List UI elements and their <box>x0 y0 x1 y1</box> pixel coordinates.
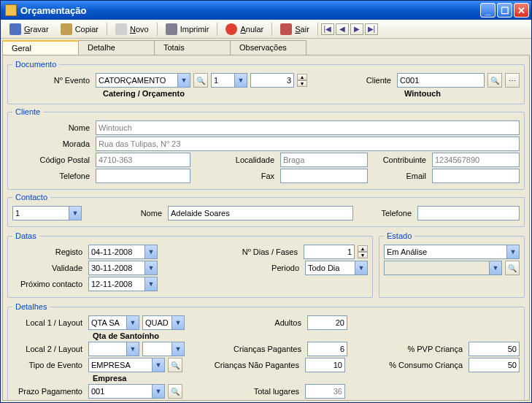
localidade-label: Localidade <box>193 156 277 164</box>
validade-date[interactable]: 30-11-2008 ▼ <box>88 261 158 275</box>
print-label: Imprimir <box>180 25 209 34</box>
estado-lookup-button[interactable]: 🔍 <box>505 261 520 275</box>
chevron-down-icon: ▼ <box>234 74 247 87</box>
estado-value: Em Análise <box>387 247 506 256</box>
prox-contacto-date[interactable]: 12-11-2008 ▼ <box>88 277 158 291</box>
copy-button[interactable]: Copiar <box>55 21 104 37</box>
cliente-label: Cliente <box>366 76 394 85</box>
evento-lookup-button[interactable]: 🔍 <box>193 73 208 88</box>
localidade-input[interactable] <box>280 153 368 167</box>
tab-detalhe[interactable]: Detalhe <box>78 40 155 55</box>
tipo-evento-combo[interactable]: EMPRESA ▼ <box>88 358 165 372</box>
cliente-code-input[interactable] <box>397 73 485 88</box>
email-label: Email <box>371 172 429 180</box>
documento-legend: Documento <box>12 60 59 69</box>
tab-totais[interactable]: Totais <box>154 40 231 55</box>
spin-up-icon[interactable]: ▲ <box>297 74 307 80</box>
consumo-crianca-label: % Consumo Criança <box>348 361 466 369</box>
validade-label: Validade <box>12 264 85 272</box>
criancas-pagantes-label: Crianças Pagantes <box>188 345 304 353</box>
nav-prev-button[interactable]: ◀ <box>336 23 349 35</box>
cliente-group: Cliente Nome Morada Código Postal Locali… <box>7 107 525 190</box>
print-icon <box>166 23 177 35</box>
cliente-nome-input[interactable] <box>96 120 520 135</box>
criancas-nao-pagantes-input[interactable] <box>305 358 345 372</box>
prazo-combo[interactable]: 001 ▼ <box>88 384 165 399</box>
numero-spinner[interactable]: ▲ ▼ <box>297 74 307 87</box>
app-icon <box>5 4 17 16</box>
periodo-combo[interactable]: Todo Dia ▼ <box>305 261 368 275</box>
contacto-telefone-label: Telefone <box>356 209 415 218</box>
evento-subtipo: Catering / Orçamento <box>103 89 185 98</box>
local1-combo[interactable]: QTA SA ▼ <box>88 315 139 330</box>
nav-last-button[interactable]: ▶| <box>365 23 378 35</box>
documento-group: Documento Nº Evento CATORÇAMENTO ▼ 🔍 1 ▼… <box>7 60 525 104</box>
layout1-combo[interactable]: QUAD ▼ <box>142 315 185 330</box>
spin-up-icon[interactable]: ▲ <box>358 245 368 252</box>
adultos-input[interactable] <box>307 315 347 330</box>
estado-combo[interactable]: Em Análise ▼ <box>384 245 520 259</box>
cliente-legend: Cliente <box>12 107 43 116</box>
fax-input[interactable] <box>280 169 368 183</box>
cliente-lookup-button[interactable]: 🔍 <box>487 73 502 88</box>
cp-label: Código Postal <box>12 156 93 164</box>
contacto-group: Contacto 1 ▼ Nome Telefone <box>7 193 525 227</box>
prazo-nome: Pronto Pagamento <box>93 400 164 401</box>
estado-group: Estado Em Análise ▼ ▼ 🔍 <box>379 231 525 298</box>
evento-tipo-combo[interactable]: CATORÇAMENTO ▼ <box>96 73 190 88</box>
copy-icon <box>61 23 72 35</box>
contribuinte-input[interactable] <box>432 153 520 167</box>
datas-legend: Datas <box>12 231 39 240</box>
contacto-nome-input[interactable] <box>168 206 353 220</box>
chevron-down-icon: ▼ <box>69 207 81 220</box>
email-input[interactable] <box>432 169 520 183</box>
tipo-nome: Empresa <box>93 374 126 383</box>
dias-input[interactable] <box>304 245 355 259</box>
pvp-crianca-input[interactable] <box>469 342 520 356</box>
toolbar: Gravar Copiar Novo Imprimir Anular Sair … <box>1 20 531 39</box>
datas-group: Datas Registo 04-11-2008 ▼ Nº Dias / Fas… <box>7 231 373 298</box>
spin-down-icon[interactable]: ▼ <box>297 80 307 87</box>
numero-input[interactable] <box>250 73 294 88</box>
chevron-down-icon: ▼ <box>126 316 139 329</box>
local2-combo[interactable]: ▼ <box>88 342 139 356</box>
cp-input[interactable] <box>96 153 190 167</box>
maximize-button[interactable]: ☐ <box>497 3 512 18</box>
calendar-icon: ▼ <box>144 277 157 291</box>
layout2-combo[interactable]: ▼ <box>142 342 185 356</box>
save-button[interactable]: Gravar <box>4 21 54 37</box>
new-button[interactable]: Novo <box>110 21 154 37</box>
calendar-icon: ▼ <box>144 261 157 275</box>
cliente-extra-button[interactable]: ⋯ <box>505 73 520 88</box>
nome-label: Nome <box>12 123 93 132</box>
criancas-pagantes-input[interactable] <box>307 342 347 356</box>
contacto-telefone-input[interactable] <box>417 206 520 220</box>
consumo-crianca-input[interactable] <box>469 358 520 372</box>
tab-geral[interactable]: Geral <box>2 40 79 55</box>
content-pane: Documento Nº Evento CATORÇAMENTO ▼ 🔍 1 ▼… <box>2 55 530 401</box>
print-button[interactable]: Imprimir <box>161 21 215 37</box>
spin-down-icon[interactable]: ▼ <box>358 252 368 258</box>
nav-first-button[interactable]: |◀ <box>321 23 334 35</box>
criancas-nao-pagantes-label: Crianças Não Pagantes <box>185 361 302 369</box>
tipo-lookup-button[interactable]: 🔍 <box>168 358 182 372</box>
nav-next-button[interactable]: ▶ <box>350 23 363 35</box>
contacto-num-combo[interactable]: 1 ▼ <box>12 206 82 220</box>
registo-date[interactable]: 04-11-2008 ▼ <box>88 245 158 259</box>
window-controls: _ ☐ ✕ <box>480 3 529 18</box>
morada-input[interactable] <box>96 137 520 151</box>
morada-label: Morada <box>12 139 93 148</box>
fax-label: Fax <box>193 172 277 180</box>
evento-tipo-value: CATORÇAMENTO <box>99 76 177 85</box>
estado-sub-combo[interactable]: ▼ <box>384 261 502 275</box>
telefone-input[interactable] <box>96 169 190 183</box>
dias-spinner[interactable]: ▲ ▼ <box>358 245 368 258</box>
chevron-down-icon: ▼ <box>152 385 164 398</box>
tab-observacoes[interactable]: Observações <box>230 40 307 55</box>
prazo-lookup-button[interactable]: 🔍 <box>168 384 182 399</box>
exit-button[interactable]: Sair <box>275 21 315 37</box>
serie-combo[interactable]: 1 ▼ <box>211 73 247 88</box>
minimize-button[interactable]: _ <box>480 3 496 18</box>
close-button[interactable]: ✕ <box>514 3 529 18</box>
cancel-button[interactable]: Anular <box>220 21 269 37</box>
